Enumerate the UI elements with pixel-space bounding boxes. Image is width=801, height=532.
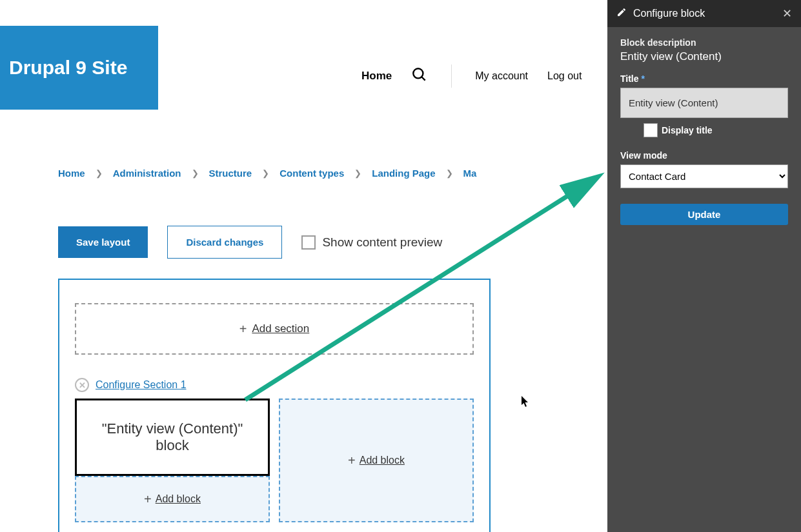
layout-column-right: + Add block [279, 399, 474, 522]
breadcrumb-item[interactable]: Administration [113, 168, 181, 179]
breadcrumb-item[interactable]: Landing Page [372, 168, 435, 179]
view-mode-select[interactable]: Contact Card [620, 164, 788, 188]
chevron-right-icon: ❯ [192, 168, 199, 178]
preview-label: Show content preview [322, 235, 442, 250]
block-label: "Entity view (Content)" block [83, 420, 261, 454]
panel-body: Block description Entity view (Content) … [607, 27, 801, 235]
breadcrumb-item[interactable]: Content types [279, 168, 344, 179]
search-icon[interactable] [411, 66, 428, 86]
section-header: ✕ Configure Section 1 [75, 378, 474, 392]
top-nav: Home My account Log out [361, 64, 582, 88]
action-row: Save layout Discard changes Show content… [58, 226, 442, 259]
breadcrumb: Home ❯ Administration ❯ Structure ❯ Cont… [58, 168, 476, 179]
title-input[interactable] [620, 88, 788, 118]
plus-icon: + [144, 492, 152, 507]
entity-view-block[interactable]: "Entity view (Content)" block [75, 399, 270, 476]
preview-checkbox-wrap[interactable]: Show content preview [301, 235, 442, 250]
add-block-button[interactable]: + Add block [279, 399, 474, 522]
breadcrumb-item[interactable]: Home [58, 168, 85, 179]
add-block-button[interactable]: + Add block [75, 476, 270, 522]
add-block-label: Add block [156, 493, 201, 505]
chevron-right-icon: ❯ [446, 168, 453, 178]
pencil-icon [616, 7, 627, 20]
add-block-label: Add block [360, 455, 405, 466]
add-section-label: Add section [252, 322, 309, 335]
chevron-right-icon: ❯ [262, 168, 269, 178]
chevron-right-icon: ❯ [354, 168, 361, 178]
configure-section-link[interactable]: Configure Section 1 [96, 379, 187, 391]
checkbox-icon[interactable] [644, 123, 658, 137]
nav-my-account[interactable]: My account [475, 70, 528, 82]
panel-header: Configure block ✕ [607, 0, 801, 27]
display-title-checkbox[interactable]: Display title [644, 123, 788, 137]
svg-line-1 [421, 77, 425, 80]
breadcrumb-item[interactable]: Ma [463, 168, 477, 179]
layout-canvas: + Add section ✕ Configure Section 1 "Ent… [58, 279, 491, 532]
layout-columns: "Entity view (Content)" block + Add bloc… [75, 399, 474, 522]
site-name: Drupal 9 Site [9, 57, 127, 79]
configure-block-panel: Configure block ✕ Block description Enti… [607, 0, 801, 532]
chevron-right-icon: ❯ [96, 168, 103, 178]
svg-point-0 [413, 68, 423, 78]
save-layout-button[interactable]: Save layout [58, 226, 148, 258]
cursor-icon [522, 396, 531, 410]
nav-divider [451, 64, 452, 88]
title-field-label: Title * [620, 74, 788, 84]
block-description: Entity view (Content) [620, 50, 788, 63]
plus-icon: + [348, 453, 356, 468]
nav-home[interactable]: Home [361, 70, 392, 83]
site-logo[interactable]: Drupal 9 Site [0, 26, 158, 110]
close-icon[interactable]: ✕ [782, 6, 792, 21]
layout-column-left: "Entity view (Content)" block + Add bloc… [75, 399, 270, 522]
update-button[interactable]: Update [620, 204, 788, 225]
checkbox-icon[interactable] [301, 235, 316, 250]
nav-log-out[interactable]: Log out [547, 70, 582, 82]
block-description-label: Block description [620, 37, 788, 48]
panel-title: Configure block [633, 8, 776, 19]
plus-icon: + [239, 322, 247, 337]
add-section-button[interactable]: + Add section [75, 303, 474, 355]
required-indicator: * [642, 74, 645, 84]
close-icon[interactable]: ✕ [75, 378, 89, 392]
display-title-label: Display title [662, 125, 713, 135]
breadcrumb-item[interactable]: Structure [209, 168, 252, 179]
view-mode-label: View mode [620, 150, 788, 161]
discard-changes-button[interactable]: Discard changes [167, 226, 282, 259]
